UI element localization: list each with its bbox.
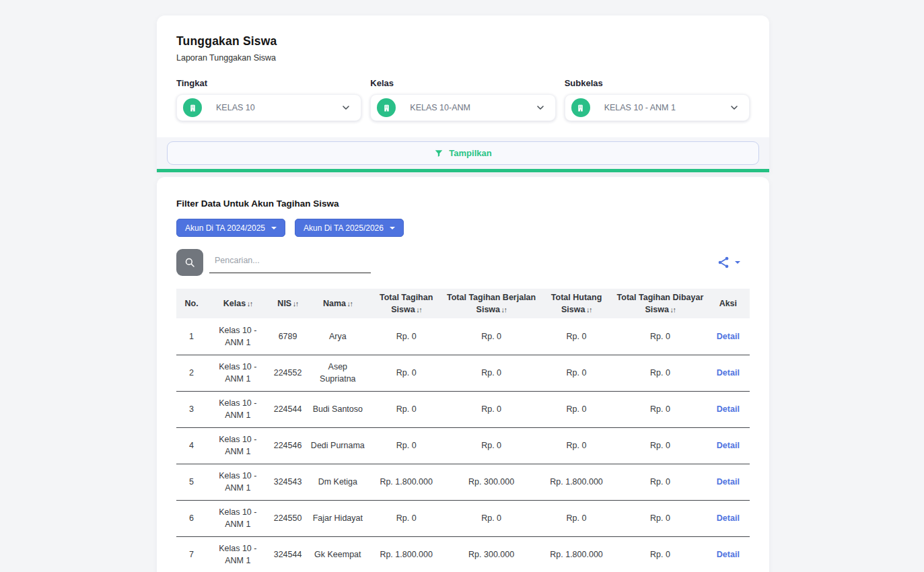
kelas-select-value: KELAS 10-ANM — [410, 103, 534, 112]
nama-cell: Gk Keempat — [307, 536, 369, 572]
sort-arrows-icon: ↓↑ — [500, 306, 507, 314]
nis-cell: 224544 — [269, 391, 306, 427]
row-number-cell: 1 — [176, 318, 207, 355]
total-hutang-cell: Rp. 1.800.000 — [539, 536, 614, 572]
column-header-nama[interactable]: Nama ↓↑ — [307, 289, 369, 318]
total-tagihan-dibayar-cell: Rp. 0 — [614, 427, 706, 464]
total-tagihan-berjalan-cell: Rp. 300.000 — [443, 464, 538, 500]
total-tagihan-berjalan-cell: Rp. 300.000 — [443, 536, 538, 572]
kelas-cell: Kelas 10 - ANM 1 — [207, 500, 269, 536]
akun-ta-2024-2025-button[interactable]: Akun Di TA 2024/2025 — [176, 219, 285, 237]
caret-down-icon — [735, 261, 740, 264]
table-row: 6Kelas 10 - ANM 1224550Fajar HidayatRp. … — [176, 500, 750, 536]
export-dropdown[interactable] — [717, 256, 750, 269]
subkelas-select-value: KELAS 10 - ANM 1 — [604, 103, 729, 112]
kelas-cell: Kelas 10 - ANM 1 — [207, 536, 269, 572]
column-header-total-tagihan-siswa[interactable]: Total Tagihan Siswa ↓↑ — [369, 289, 443, 318]
kelas-select[interactable]: KELAS 10-ANM — [370, 94, 555, 121]
total-tagihan-dibayar-cell: Rp. 0 — [614, 391, 706, 427]
tingkat-select[interactable]: KELAS 10 — [176, 94, 361, 121]
search-input[interactable] — [209, 252, 371, 273]
table-row: 3Kelas 10 - ANM 1224544Budi SantosoRp. 0… — [176, 391, 750, 427]
chevron-down-icon — [729, 102, 740, 113]
column-header-aksi: Aksi — [707, 289, 750, 318]
account-filter-heading: Filter Data Untuk Akun Tagihan Siswa — [176, 199, 750, 209]
table-row: 4Kelas 10 - ANM 1224546Dedi PurnamaRp. 0… — [176, 427, 750, 464]
detail-link[interactable]: Detail — [717, 513, 740, 523]
detail-link[interactable]: Detail — [717, 368, 740, 378]
aksi-cell: Detail — [707, 536, 750, 572]
sort-arrows-icon: ↓↑ — [246, 299, 252, 308]
chevron-down-icon — [535, 102, 546, 113]
total-tagihan-dibayar-cell: Rp. 0 — [614, 355, 706, 391]
report-header: Tunggakan Siswa Laporan Tunggakan Siswa … — [157, 15, 769, 137]
aksi-cell: Detail — [707, 355, 750, 391]
total-tagihan-berjalan-cell: Rp. 0 — [443, 500, 538, 536]
select-group-subkelas: Subkelas KELAS 10 - ANM 1 — [565, 78, 750, 121]
kelas-cell: Kelas 10 - ANM 1 — [207, 391, 269, 427]
kelas-cell: Kelas 10 - ANM 1 — [207, 355, 269, 391]
total-tagihan-cell: Rp. 0 — [369, 355, 443, 391]
table-row: 1Kelas 10 - ANM 16789AryaRp. 0Rp. 0Rp. 0… — [176, 318, 750, 355]
detail-link[interactable]: Detail — [717, 441, 740, 450]
total-tagihan-cell: Rp. 0 — [369, 391, 443, 427]
nama-cell: Fajar Hidayat — [307, 500, 369, 536]
total-tagihan-berjalan-cell: Rp. 0 — [443, 355, 538, 391]
akun-ta-2025-2026-label: Akun Di TA 2025/2026 — [304, 223, 384, 233]
detail-link[interactable]: Detail — [717, 550, 740, 559]
akun-ta-2024-2025-label: Akun Di TA 2024/2025 — [185, 223, 265, 233]
detail-link[interactable]: Detail — [717, 477, 740, 487]
column-header-nis[interactable]: NIS ↓↑ — [269, 289, 306, 318]
search-row — [176, 249, 750, 276]
column-header-no: No. — [176, 289, 207, 318]
aksi-cell: Detail — [707, 464, 750, 500]
column-label: No. — [185, 299, 199, 308]
account-filter-buttons: Akun Di TA 2024/2025 Akun Di TA 2025/202… — [176, 219, 750, 237]
table-header-row: No.Kelas ↓↑NIS ↓↑Nama ↓↑Total Tagihan Si… — [176, 289, 750, 318]
show-button-bar: Tampilkan — [157, 137, 769, 169]
column-label: Kelas — [223, 299, 246, 308]
column-header-total-hutang-siswa[interactable]: Total Hutang Siswa ↓↑ — [539, 289, 614, 318]
table-row: 5Kelas 10 - ANM 1324543Dm KetigaRp. 1.80… — [176, 464, 750, 500]
column-label: Total Hutang Siswa — [551, 293, 602, 314]
subkelas-select[interactable]: KELAS 10 - ANM 1 — [565, 94, 750, 121]
total-tagihan-cell: Rp. 0 — [369, 500, 443, 536]
search-button[interactable] — [176, 249, 203, 276]
total-hutang-cell: Rp. 0 — [539, 500, 614, 536]
sort-arrows-icon: ↓↑ — [346, 299, 353, 308]
detail-link[interactable]: Detail — [717, 332, 740, 341]
nis-cell: 324544 — [269, 536, 306, 572]
table-card-content: Filter Data Untuk Akun Tagihan Siswa Aku… — [157, 177, 769, 572]
total-tagihan-dibayar-cell: Rp. 0 — [614, 500, 706, 536]
nis-cell: 324543 — [269, 464, 306, 500]
total-tagihan-berjalan-cell: Rp. 0 — [443, 391, 538, 427]
row-number-cell: 3 — [176, 391, 207, 427]
page-title: Tunggakan Siswa — [176, 34, 750, 48]
tampilkan-label: Tampilkan — [449, 148, 491, 158]
total-hutang-cell: Rp. 1.800.000 — [539, 464, 614, 500]
row-number-cell: 2 — [176, 355, 207, 391]
select-group-kelas: Kelas KELAS 10-ANM — [370, 78, 555, 121]
table-row: 2Kelas 10 - ANM 1224552Asep SupriatnaRp.… — [176, 355, 750, 391]
aksi-cell: Detail — [707, 391, 750, 427]
detail-link[interactable]: Detail — [717, 404, 740, 414]
column-label: Total Tagihan Berjalan Siswa — [447, 293, 536, 314]
column-header-total-tagihan-berjalan-siswa[interactable]: Total Tagihan Berjalan Siswa ↓↑ — [443, 289, 538, 318]
school-icon — [183, 98, 202, 117]
row-number-cell: 6 — [176, 500, 207, 536]
total-tagihan-cell: Rp. 0 — [369, 427, 443, 464]
tampilkan-button[interactable]: Tampilkan — [167, 141, 759, 165]
column-header-kelas[interactable]: Kelas ↓↑ — [207, 289, 269, 318]
column-label: Nama — [323, 299, 346, 308]
total-tagihan-dibayar-cell: Rp. 0 — [614, 318, 706, 355]
tingkat-select-value: KELAS 10 — [216, 103, 341, 112]
row-number-cell: 4 — [176, 427, 207, 464]
tingkat-label: Tingkat — [176, 78, 361, 88]
column-header-total-tagihan-dibayar-siswa[interactable]: Total Tagihan Dibayar Siswa ↓↑ — [614, 289, 706, 318]
filter-icon — [434, 149, 443, 158]
select-group-tingkat: Tingkat KELAS 10 — [176, 78, 361, 121]
total-tagihan-dibayar-cell: Rp. 0 — [614, 464, 706, 500]
nis-cell: 224552 — [269, 355, 306, 391]
total-tagihan-berjalan-cell: Rp. 0 — [443, 318, 538, 355]
akun-ta-2025-2026-button[interactable]: Akun Di TA 2025/2026 — [295, 219, 404, 237]
